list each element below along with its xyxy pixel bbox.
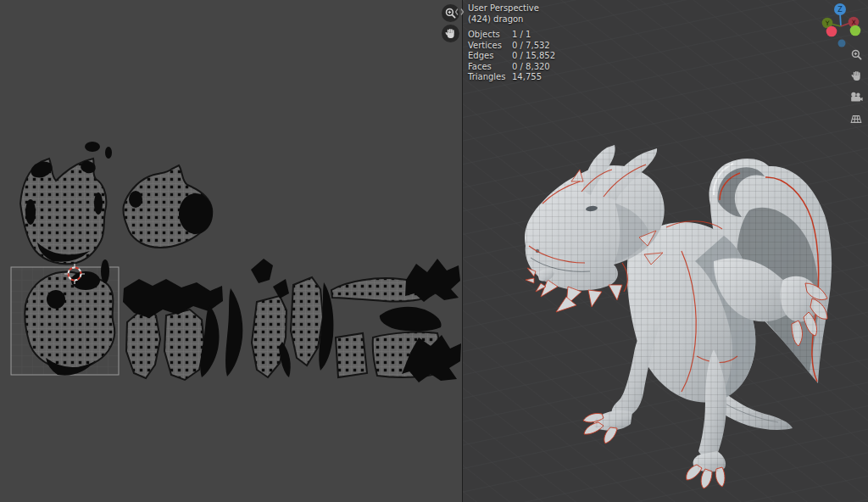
viewport-zoom-button[interactable] xyxy=(847,47,865,64)
hand-icon xyxy=(850,70,863,85)
uv-pan-button[interactable] xyxy=(442,25,459,42)
viewport-nav-buttons xyxy=(847,47,865,128)
uv-islands-canvas[interactable] xyxy=(0,0,462,502)
gizmo-x-label: X xyxy=(851,19,855,26)
hand-icon xyxy=(444,27,457,40)
grid-icon xyxy=(849,112,863,127)
gizmo-y-neg-axis[interactable] xyxy=(850,25,861,36)
camera-icon xyxy=(849,91,863,106)
gizmo-y-label: Y xyxy=(825,20,830,27)
viewport-pan-button[interactable] xyxy=(847,69,865,86)
gizmo-z-label: Z xyxy=(837,6,843,14)
gizmo-z-neg-axis[interactable] xyxy=(838,40,846,47)
dragon-mesh[interactable] xyxy=(514,127,853,500)
viewport-perspective-button[interactable] xyxy=(847,111,865,128)
dragon-model[interactable] xyxy=(463,0,868,502)
view-navigation-gizmo[interactable]: Z Y X xyxy=(821,0,861,51)
viewport-camera-button[interactable] xyxy=(847,90,865,107)
viewport-3d-panel[interactable]: User Perspective (424) dragon Objects 1 … xyxy=(463,0,868,502)
gizmo-x-neg-axis[interactable] xyxy=(826,26,837,37)
magnifier-plus-icon xyxy=(850,48,863,64)
chevrons-icon xyxy=(454,7,465,20)
blender-window: User Perspective (424) dragon Objects 1 … xyxy=(0,0,868,502)
uv-editor-panel[interactable] xyxy=(0,0,462,502)
panel-collapse-handle[interactable] xyxy=(454,7,465,20)
